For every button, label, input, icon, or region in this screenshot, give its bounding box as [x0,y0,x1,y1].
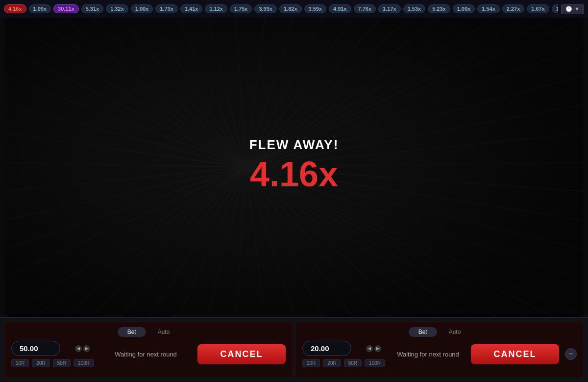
input-arrows-1: ◀ ▶ [75,345,90,352]
quick-20r-2[interactable]: 20R [323,359,341,367]
multiplier-badge-20[interactable]: 2.27x [502,4,525,13]
quick-10r-1[interactable]: 10R [11,359,29,367]
multiplier-badge-7[interactable]: 1.41x [180,4,203,13]
multiplier-badge-17[interactable]: 5.23x [428,4,450,13]
quick-50r-1[interactable]: 50R [53,359,71,367]
multiplier-badge-14[interactable]: 7.76x [354,4,376,13]
quick-100r-2[interactable]: 100R [365,359,385,367]
panel-1-body: 50.00 ◀ ▶ 10R 20R 50R 100R Waiting for n… [11,341,286,367]
multiplier-badges: 4.16x1.09x30.11x5.31x1.32x1.00x1.73x1.41… [4,4,558,13]
history-icon: 🕐 [565,6,572,12]
increment-btn-1[interactable]: ▶ [83,345,90,352]
multiplier-badge-18[interactable]: 1.00x [453,4,475,13]
panel-2-tabs: Bet Auto [302,327,577,337]
panel-2-close-btn[interactable]: − [565,348,577,360]
quick-amounts-1: 10R 20R 50R 100R [11,359,94,367]
waiting-text-1: Waiting for next round [100,351,192,358]
quick-50r-2[interactable]: 50R [344,359,362,367]
multiplier-badge-2[interactable]: 30.11x [53,4,79,13]
history-button[interactable]: 🕐 ▼ [561,4,584,14]
bet-panel-2: Bet Auto 20.00 ◀ ▶ 10R 20R 50R 100R [295,322,584,378]
multiplier-badge-22[interactable]: 1.46x [552,4,558,13]
multiplier-badge-12[interactable]: 3.59x [304,4,327,13]
quick-100r-1[interactable]: 100R [74,359,94,367]
bet-input-wrapper-1: 50.00 ◀ ▶ [11,341,94,356]
quick-amounts-2: 10R 20R 50R 100R [302,359,385,367]
multiplier-badge-5[interactable]: 1.00x [131,4,153,13]
multiplier-display: 4.16x [249,156,339,192]
multiplier-badge-3[interactable]: 5.31x [81,4,104,13]
input-arrows-2: ◀ ▶ [366,345,381,352]
multiplier-badge-21[interactable]: 1.67x [527,4,549,13]
multiplier-badge-6[interactable]: 1.73x [155,4,178,13]
multiplier-badge-8[interactable]: 1.12x [205,4,227,13]
flew-away-label: FLEW AWAY! [249,137,339,153]
bet-input-wrapper-2: 20.00 ◀ ▶ [302,341,385,356]
quick-10r-2[interactable]: 10R [302,359,320,367]
multiplier-badge-4[interactable]: 1.32x [106,4,128,13]
multiplier-badge-9[interactable]: 1.75x [230,4,252,13]
bet-panel-1: Bet Auto 50.00 ◀ ▶ 10R 20R 50R 100R [4,322,293,378]
tab-bet-2[interactable]: Bet [409,327,437,337]
cancel-button-1[interactable]: CANCEL [197,344,286,364]
top-bar-right: 🕐 ▼ [561,4,584,14]
chevron-down-icon: ▼ [574,6,580,12]
tab-auto-1[interactable]: Auto [148,327,180,337]
top-bar: 4.16x1.09x30.11x5.31x1.32x1.00x1.73x1.41… [0,0,588,18]
multiplier-badge-11[interactable]: 1.82x [279,4,302,13]
multiplier-badge-0[interactable]: 4.16x [4,4,26,13]
game-center-text: FLEW AWAY! 4.16x [249,137,339,192]
panel-2-body: 20.00 ◀ ▶ 10R 20R 50R 100R Waiting for n… [302,341,577,367]
increment-btn-2[interactable]: ▶ [374,345,381,352]
multiplier-badge-13[interactable]: 4.91x [329,4,351,13]
tab-auto-2[interactable]: Auto [439,327,471,337]
panel-1-tabs: Bet Auto [11,327,286,337]
bet-amount-2[interactable]: 20.00 [302,341,351,356]
multiplier-badge-19[interactable]: 1.54x [477,4,500,13]
quick-20r-1[interactable]: 20R [32,359,49,367]
multiplier-badge-16[interactable]: 1.53x [403,4,426,13]
decrement-btn-2[interactable]: ◀ [366,345,373,352]
bet-amount-1[interactable]: 50.00 [11,341,60,356]
waiting-text-2: Waiting for next round [391,351,465,358]
game-area: FLEW AWAY! 4.16x [0,18,588,317]
tab-bet-1[interactable]: Bet [118,327,146,337]
multiplier-badge-10[interactable]: 3.99x [254,4,277,13]
multiplier-badge-15[interactable]: 1.17x [378,4,401,13]
multiplier-badge-1[interactable]: 1.09x [29,4,51,13]
cancel-button-2[interactable]: CANCEL [471,344,559,364]
decrement-btn-1[interactable]: ◀ [75,345,82,352]
bottom-panel: Bet Auto 50.00 ◀ ▶ 10R 20R 50R 100R [0,317,588,382]
